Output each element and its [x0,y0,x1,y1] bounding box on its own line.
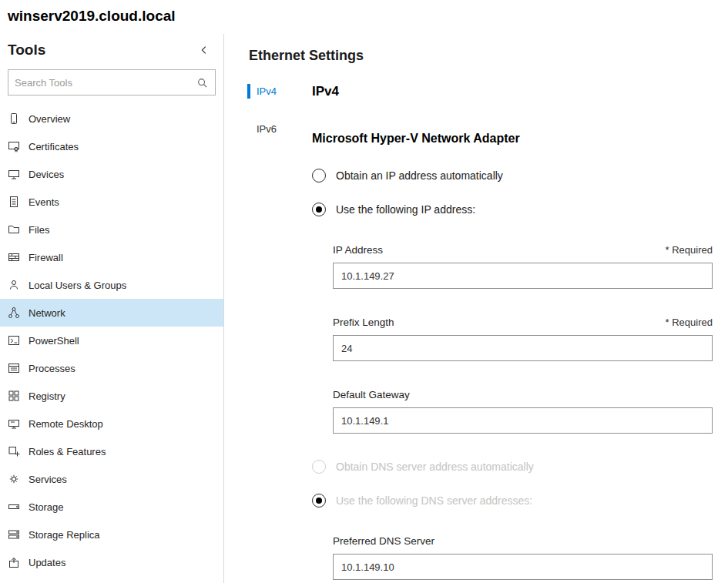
updates-icon [8,556,20,568]
section-heading-ipv4: IPv4 [312,84,713,99]
sidebar-item-label: Devices [29,169,64,180]
field-preferred-dns: Preferred DNS Server [333,535,713,580]
users-icon [8,279,20,291]
sidebar-item-storage-replica[interactable]: Storage Replica [0,521,223,548]
chevron-left-icon [199,46,210,58]
field-label-row: Default Gateway [333,389,713,400]
field-default-gateway: Default Gateway [333,389,713,434]
ip-address-input[interactable] [333,263,713,289]
sidebar-item-label: Processes [29,363,75,374]
powershell-icon [8,334,20,347]
ip-fields-block: IP Address * Required Prefix Length * Re… [333,244,713,434]
sidebar-item-label: Files [29,224,49,236]
tools-search-box [8,69,216,95]
settings-tab-rail: IPv4 IPv6 [244,84,312,583]
dns-radios-block: Obtain DNS server address automatically … [312,460,713,508]
sidebar-item-label: Certificates [29,141,79,152]
sidebar-item-label: Firewall [29,252,63,263]
radio-obtain-dns-auto: Obtain DNS server address automatically [312,460,713,474]
sidebar-item-processes[interactable]: Processes [0,354,223,382]
server-name-title: winserv2019.cloud.local [0,0,728,34]
adapter-heading: Microsoft Hyper-V Network Adapter [312,132,713,146]
sidebar-item-label: Remote Desktop [29,418,103,430]
overview-icon [8,112,20,125]
sidebar-item-devices[interactable]: Devices [0,160,223,188]
field-prefix-length: Prefix Length * Required [333,317,713,361]
storage-replica-icon [8,528,20,541]
sidebar-item-firewall[interactable]: Firewall [0,243,223,271]
field-label: Prefix Length [333,317,394,328]
sidebar-item-roles-features[interactable]: Roles & Features [0,437,223,465]
search-input[interactable] [8,77,193,89]
sidebar-item-updates[interactable]: Updates [0,548,223,576]
settings-body: IPv4 IPv6 IPv4 Microsoft Hyper-V Network… [244,84,713,583]
tools-sidebar: Tools Overview [0,34,224,583]
field-label-row: IP Address * Required [333,244,713,256]
field-label-row: Preferred DNS Server [333,535,713,547]
required-label: * Required [666,244,713,256]
sidebar-item-label: Local Users & Groups [29,280,126,291]
sidebar-item-storage[interactable]: Storage [0,493,223,521]
sidebar-item-local-users-groups[interactable]: Local Users & Groups [0,271,223,299]
radio-label: Use the following DNS server addresses: [336,494,532,507]
default-gateway-input[interactable] [333,407,713,434]
radio-use-following-ip[interactable]: Use the following IP address: [312,203,713,216]
page-title: Ethernet Settings [249,48,713,64]
sidebar-item-label: Roles & Features [29,446,106,457]
search-icon [193,77,215,89]
settings-content: IPv4 Microsoft Hyper-V Network Adapter O… [312,84,713,583]
tools-nav-list: Overview Certificates Devices Events Fil [0,105,223,576]
sidebar-item-powershell[interactable]: PowerShell [0,327,223,354]
sidebar-item-label: PowerShell [29,335,79,347]
main-panel: Ethernet Settings IPv4 IPv6 IPv4 Microso… [224,34,728,583]
remote-desktop-icon [8,417,20,430]
radio-circle-icon [312,169,326,183]
sidebar-item-remote-desktop[interactable]: Remote Desktop [0,410,223,437]
preferred-dns-input[interactable] [333,554,713,580]
registry-icon [8,390,20,402]
storage-icon [8,501,20,513]
tab-ipv4[interactable]: IPv4 [244,84,312,99]
devices-icon [8,168,20,180]
sidebar-item-label: Updates [29,557,65,568]
sidebar-item-label: Registry [29,390,65,402]
roles-features-icon [8,445,20,457]
field-label: Preferred DNS Server [333,535,434,547]
radio-label: Obtain DNS server address automatically [336,461,534,473]
network-icon [8,307,20,319]
field-label-row: Prefix Length * Required [333,317,713,328]
certificates-icon [8,140,20,152]
radio-use-following-dns: Use the following DNS server addresses: [312,494,713,508]
tools-title: Tools [8,42,45,59]
radio-circle-icon [312,203,326,216]
field-ip-address: IP Address * Required [333,244,713,289]
radio-label: Obtain an IP address automatically [336,169,503,182]
sidebar-item-label: Storage [29,501,64,513]
sidebar-collapse-button[interactable] [197,43,211,57]
sidebar-item-label: Events [29,196,59,208]
prefix-length-input[interactable] [333,335,713,361]
services-icon [8,473,20,485]
radio-circle-icon [312,460,326,474]
radio-label: Use the following IP address: [336,203,475,216]
sidebar-item-registry[interactable]: Registry [0,382,223,410]
sidebar-item-events[interactable]: Events [0,188,223,216]
files-icon [8,223,20,236]
sidebar-item-label: Services [29,474,67,485]
tab-ipv6[interactable]: IPv6 [244,122,312,136]
tools-header: Tools [0,37,223,65]
processes-icon [8,362,20,374]
required-label: * Required [666,317,713,328]
field-label: Default Gateway [333,389,410,400]
field-label: IP Address [333,244,383,256]
sidebar-item-files[interactable]: Files [0,216,223,243]
sidebar-item-network[interactable]: Network [0,299,223,327]
sidebar-item-label: Network [29,307,65,319]
sidebar-item-overview[interactable]: Overview [0,105,223,132]
sidebar-item-services[interactable]: Services [0,465,223,493]
sidebar-item-label: Storage Replica [29,529,100,541]
app-window: winserv2019.cloud.local Tools [0,0,728,583]
radio-obtain-ip-auto[interactable]: Obtain an IP address automatically [312,169,713,183]
sidebar-item-certificates[interactable]: Certificates [0,132,223,160]
radio-circle-icon [312,494,326,508]
